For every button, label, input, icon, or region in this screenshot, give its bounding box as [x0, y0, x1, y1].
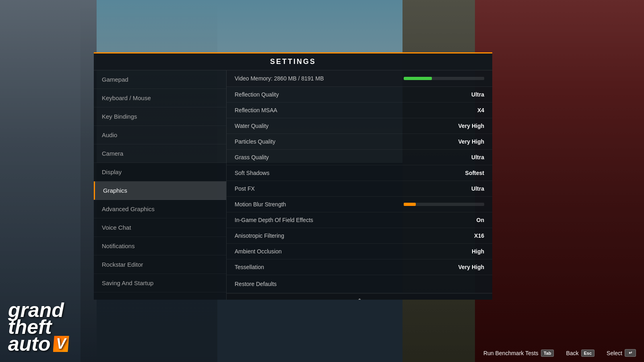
setting-value-label: Very High [452, 138, 484, 145]
setting-name-label: Reflection MSAA [235, 107, 452, 113]
setting-row-soft-shadows[interactable]: Soft ShadowsSoftest [227, 165, 492, 181]
setting-name-label: Anisotropic Filtering [235, 232, 452, 239]
setting-name-label: Reflection Quality [235, 91, 452, 98]
nav-item-rockstar-editor[interactable]: Rockstar Editor [94, 255, 226, 274]
setting-value-label: High [452, 248, 484, 255]
settings-body: GamepadKeyboard / MouseKey BindingsAudio… [94, 70, 492, 300]
scroll-indicator: ⇕ [227, 293, 492, 300]
setting-row-post-fx[interactable]: Post FXUltra [227, 181, 492, 197]
settings-title: SETTINGS [94, 53, 492, 70]
nav-item-keyboard-mouse[interactable]: Keyboard / Mouse [94, 89, 226, 107]
setting-name-label: Water Quality [235, 123, 452, 129]
setting-slider-fill [404, 203, 416, 206]
setting-row-reflection-quality[interactable]: Reflection QualityUltra [227, 87, 492, 103]
bottom-action-label: Select [607, 350, 622, 356]
setting-value-label: Softest [452, 170, 484, 176]
setting-name-label: Tessellation [235, 264, 452, 270]
setting-row-in-game-depth-of-field-effects[interactable]: In-Game Depth Of Field EffectsOn [227, 212, 492, 228]
nav-item-gamepad[interactable]: Gamepad [94, 70, 226, 89]
memory-bar-fill [404, 77, 432, 80]
nav-item-notifications[interactable]: Notifications [94, 237, 226, 255]
nav-item-audio[interactable]: Audio [94, 126, 226, 144]
bottom-bar: Run Benchmark Tests TabBack EscSelect ↵ [0, 344, 644, 362]
setting-value-label: X16 [452, 232, 484, 239]
bottom-action-select[interactable]: Select ↵ [607, 349, 636, 357]
setting-name-label: Grass Quality [235, 154, 452, 160]
setting-row-particles-quality[interactable]: Particles QualityVery High [227, 134, 492, 150]
nav-item-voice-chat[interactable]: Voice Chat [94, 218, 226, 237]
nav-item-saving-startup[interactable]: Saving And Startup [94, 274, 226, 292]
setting-name-label: Motion Blur Strength [235, 201, 404, 208]
nav-item-display[interactable]: Display [94, 163, 226, 181]
key-badge: Tab [541, 350, 554, 357]
key-badge: Esc [581, 350, 595, 357]
setting-value-label: Ultra [452, 185, 484, 192]
setting-row-water-quality[interactable]: Water QualityVery High [227, 118, 492, 134]
settings-rows-container: Reflection QualityUltraReflection MSAAX4… [227, 87, 492, 275]
bottom-action-back[interactable]: Back Esc [566, 350, 594, 357]
setting-slider[interactable] [404, 203, 484, 206]
nav-item-key-bindings[interactable]: Key Bindings [94, 107, 226, 126]
setting-name-label: Ambient Occlusion [235, 248, 452, 255]
setting-row-reflection-msaa[interactable]: Reflection MSAAX4 [227, 103, 492, 118]
memory-bar-container [404, 77, 484, 80]
setting-name-label: Soft Shadows [235, 170, 452, 176]
setting-name-label: Post FX [235, 185, 452, 192]
setting-name-label: Particles Quality [235, 138, 452, 145]
setting-name-label: In-Game Depth Of Field Effects [235, 217, 452, 223]
setting-row-grass-quality[interactable]: Grass QualityUltra [227, 150, 492, 165]
nav-item-graphics[interactable]: Graphics [94, 181, 226, 200]
key-badge: ↵ [625, 349, 636, 357]
restore-defaults-button[interactable]: Restore Defaults [227, 275, 492, 293]
bottom-action-label: Back [566, 350, 578, 356]
settings-nav: GamepadKeyboard / MouseKey BindingsAudio… [94, 70, 227, 300]
setting-value-label: X4 [452, 107, 484, 113]
nav-item-camera[interactable]: Camera [94, 144, 226, 163]
bottom-action-run-benchmark-tests[interactable]: Run Benchmark Tests Tab [483, 350, 554, 357]
nav-item-advanced-graphics[interactable]: Advanced Graphics [94, 200, 226, 218]
video-memory-label: Video Memory: 2860 MB / 8191 MB [235, 75, 404, 82]
setting-row-anisotropic-filtering[interactable]: Anisotropic FilteringX16 [227, 228, 492, 244]
bottom-action-label: Run Benchmark Tests [483, 350, 539, 356]
setting-value-label: Ultra [452, 154, 484, 160]
setting-value-label: Ultra [452, 91, 484, 98]
setting-value-label: Very High [452, 264, 484, 270]
scroll-arrows-icon[interactable]: ⇕ [356, 297, 363, 300]
settings-panel: SETTINGS GamepadKeyboard / MouseKey Bind… [94, 52, 492, 300]
video-memory-row: Video Memory: 2860 MB / 8191 MB [227, 70, 492, 87]
setting-row-motion-blur-strength[interactable]: Motion Blur Strength [227, 197, 492, 212]
settings-content: Video Memory: 2860 MB / 8191 MB Reflecti… [227, 70, 492, 300]
setting-row-tessellation[interactable]: TessellationVery High [227, 259, 492, 275]
setting-value-label: Very High [452, 123, 484, 129]
setting-row-ambient-occlusion[interactable]: Ambient OcclusionHigh [227, 244, 492, 259]
setting-value-label: On [452, 217, 484, 223]
